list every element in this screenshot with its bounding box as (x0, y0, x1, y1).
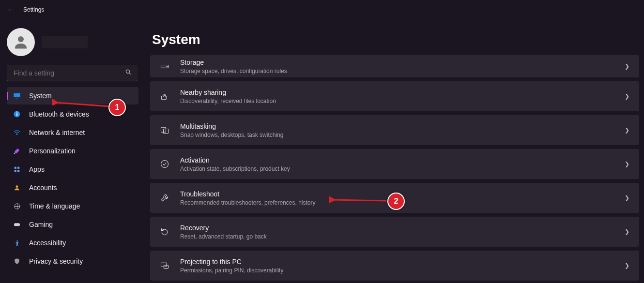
gamepad-icon (13, 220, 21, 229)
sidebar-item-time-language[interactable]: Time & language (7, 197, 138, 215)
sidebar-nav: System Bluetooth & devices Network & int… (7, 86, 138, 271)
sidebar-item-label: Privacy & security (29, 257, 83, 265)
chevron-right-icon: ❯ (625, 161, 629, 167)
sidebar-item-bluetooth[interactable]: Bluetooth & devices (7, 105, 138, 123)
project-icon (160, 261, 169, 270)
sidebar-item-label: Personalization (29, 147, 76, 155)
svg-rect-10 (17, 170, 19, 172)
svg-rect-9 (15, 170, 16, 172)
card-title: Multitasking (180, 122, 283, 131)
card-title: Troubleshoot (180, 190, 315, 198)
sidebar-item-label: Bluetooth & devices (29, 110, 89, 118)
chevron-right-icon: ❯ (625, 228, 629, 235)
clock-globe-icon (13, 202, 21, 210)
card-projecting[interactable]: Projecting to this PC Permissions, pairi… (150, 251, 639, 281)
grid-icon (13, 165, 21, 174)
settings-content: System Storage Storage space, drives, co… (145, 19, 644, 283)
monitor-icon (13, 91, 21, 100)
shield-icon (13, 257, 21, 266)
bluetooth-icon (13, 110, 21, 119)
svg-rect-7 (15, 167, 16, 169)
svg-rect-13 (14, 223, 20, 226)
svg-point-0 (18, 36, 24, 42)
search-input[interactable] (13, 69, 125, 77)
sidebar-item-accessibility[interactable]: Accessibility (7, 234, 138, 252)
chevron-right-icon: ❯ (625, 127, 629, 134)
sidebar-item-label: Time & language (29, 202, 80, 210)
sidebar-item-privacy[interactable]: Privacy & security (7, 253, 138, 270)
svg-line-2 (129, 73, 131, 74)
chevron-right-icon: ❯ (625, 93, 629, 100)
card-title: Projecting to this PC (180, 257, 283, 266)
svg-rect-4 (15, 98, 18, 98)
brush-icon (13, 147, 21, 155)
sidebar-item-gaming[interactable]: Gaming (7, 216, 138, 233)
chevron-right-icon: ❯ (625, 63, 629, 70)
chevron-right-icon: ❯ (625, 262, 629, 269)
sidebar-item-label: Network & internet (29, 129, 85, 136)
card-subtitle: Discoverability, received files location (180, 97, 276, 105)
sidebar-item-label: Accessibility (29, 239, 66, 247)
svg-point-5 (14, 111, 20, 118)
card-title: Nearby sharing (180, 88, 276, 97)
drive-icon (160, 61, 169, 71)
check-circle-icon (160, 159, 169, 169)
card-title: Storage (180, 58, 287, 67)
card-subtitle: Permissions, pairing PIN, discoverabilit… (180, 267, 283, 274)
svg-point-14 (16, 240, 18, 241)
card-subtitle: Activation state, subscriptions, product… (180, 165, 290, 173)
card-multitasking[interactable]: Multitasking Snap windows, desktops, tas… (150, 115, 639, 145)
person-icon (13, 183, 21, 192)
card-nearby-sharing[interactable]: Nearby sharing Discoverability, received… (150, 81, 639, 111)
wrench-icon (160, 193, 169, 203)
card-subtitle: Storage space, drives, configuration rul… (180, 67, 287, 75)
card-storage[interactable]: Storage Storage space, drives, configura… (150, 55, 639, 77)
page-title: System (152, 32, 639, 47)
search-input-wrap[interactable] (7, 65, 138, 81)
sidebar-item-label: Apps (29, 165, 45, 173)
card-title: Activation (180, 156, 290, 164)
sidebar-item-label: Accounts (29, 184, 57, 192)
svg-point-20 (161, 161, 169, 168)
wifi-icon (13, 128, 21, 137)
card-subtitle: Reset, advanced startup, go back (180, 233, 267, 240)
card-title: Recovery (180, 223, 267, 232)
card-activation[interactable]: Activation Activation state, subscriptio… (150, 149, 639, 179)
share-icon (160, 91, 169, 101)
sidebar-item-system[interactable]: System (7, 87, 138, 104)
card-subtitle: Snap windows, desktops, task switching (180, 131, 283, 139)
recovery-icon (160, 227, 169, 237)
svg-rect-8 (17, 167, 19, 169)
card-recovery[interactable]: Recovery Reset, advanced startup, go bac… (150, 217, 639, 247)
svg-point-11 (16, 185, 18, 188)
sidebar-item-network[interactable]: Network & internet (7, 124, 138, 141)
card-troubleshoot[interactable]: Troubleshoot Recommended troubleshooters… (150, 183, 639, 213)
sidebar-item-accounts[interactable]: Accounts (7, 179, 138, 196)
sidebar-item-label: Gaming (29, 221, 53, 228)
search-icon (125, 69, 132, 77)
sidebar-item-personalization[interactable]: Personalization (7, 142, 138, 160)
multitask-icon (160, 125, 169, 135)
chevron-right-icon: ❯ (625, 194, 629, 201)
svg-point-16 (167, 66, 168, 67)
svg-point-6 (16, 134, 17, 134)
avatar-icon (7, 28, 35, 56)
back-arrow-icon[interactable]: ← (8, 6, 15, 14)
user-profile[interactable] (7, 28, 138, 56)
svg-rect-3 (14, 93, 20, 97)
card-subtitle: Recommended troubleshooters, preferences… (180, 199, 315, 207)
user-name-placeholder (42, 36, 88, 48)
app-title: Settings (23, 6, 44, 13)
accessibility-icon (13, 238, 21, 247)
sidebar-item-apps[interactable]: Apps (7, 161, 138, 178)
svg-point-1 (126, 70, 129, 73)
sidebar-item-label: System (29, 92, 52, 100)
